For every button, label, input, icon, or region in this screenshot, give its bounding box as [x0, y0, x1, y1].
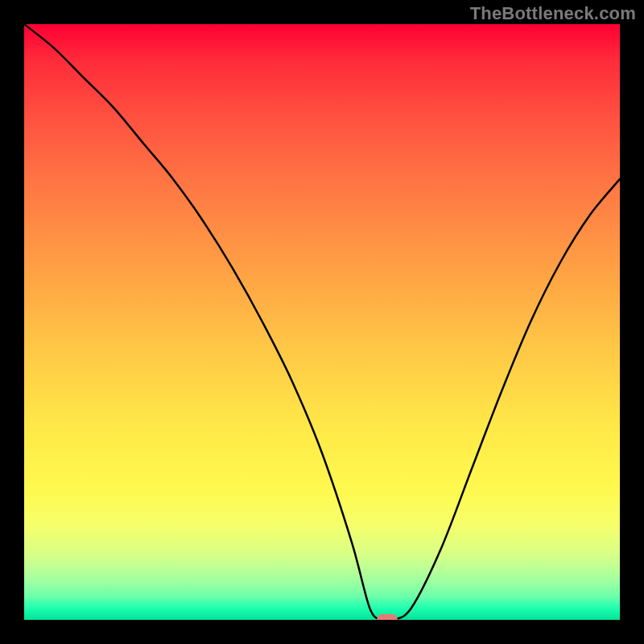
watermark-text: TheBottleneck.com: [470, 3, 636, 24]
chart-frame: TheBottleneck.com: [0, 0, 644, 644]
plot-area: [24, 24, 620, 620]
bottleneck-curve: [24, 24, 620, 620]
minimum-marker: [377, 614, 398, 620]
